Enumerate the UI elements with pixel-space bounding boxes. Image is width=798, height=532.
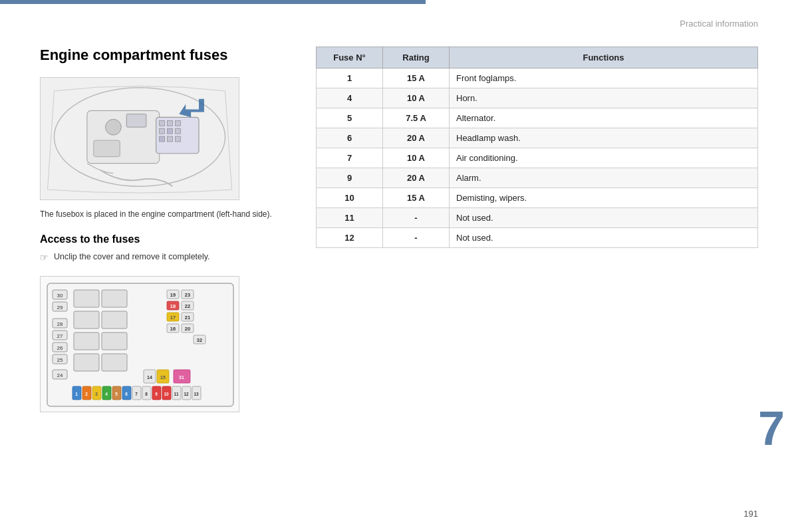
main-content: Engine compartment fuses	[40, 47, 758, 499]
fuse-function: Horn.	[450, 88, 758, 108]
svg-text:4: 4	[105, 392, 108, 396]
page-number: 191	[743, 509, 758, 519]
svg-rect-32	[74, 290, 99, 307]
svg-text:17: 17	[170, 315, 176, 321]
table-row: 57.5 AAlternator.	[317, 108, 758, 128]
svg-text:28: 28	[57, 321, 63, 327]
right-column: Fuse N° Rating Functions 115 AFront fogl…	[316, 47, 758, 248]
fuse-function: Air conditioning.	[450, 148, 758, 168]
fuse-rating: 10 A	[383, 148, 450, 168]
svg-text:24: 24	[57, 372, 63, 378]
table-row: 620 AHeadlamp wash.	[317, 128, 758, 148]
fuse-number: 5	[317, 108, 383, 128]
svg-text:15: 15	[160, 375, 166, 380]
fuse-function: Not used.	[450, 208, 758, 228]
fuse-function: Demisting, wipers.	[450, 188, 758, 208]
table-row: 710 AAir conditioning.	[317, 148, 758, 168]
fuse-function: Alternator.	[450, 108, 758, 128]
svg-text:26: 26	[57, 345, 63, 351]
svg-text:12: 12	[184, 392, 189, 396]
svg-rect-16	[175, 136, 180, 142]
svg-text:11: 11	[174, 392, 179, 396]
svg-text:32: 32	[197, 337, 202, 343]
fuse-function: Headlamp wash.	[450, 128, 758, 148]
fuse-number: 12	[317, 228, 383, 248]
fuse-number: 10	[317, 188, 383, 208]
svg-text:2: 2	[85, 392, 88, 396]
svg-text:21: 21	[185, 315, 190, 321]
svg-text:25: 25	[57, 357, 63, 363]
svg-rect-34	[74, 311, 99, 329]
fuse-function: Front foglamps.	[450, 68, 758, 88]
svg-text:18: 18	[170, 303, 176, 309]
table-row: 115 AFront foglamps.	[317, 68, 758, 88]
section-label: Practical information	[680, 19, 758, 29]
svg-text:3: 3	[95, 392, 98, 396]
fuse-rating: 20 A	[383, 128, 450, 148]
access-subtitle: Access to the fuses	[40, 233, 299, 245]
svg-rect-11	[160, 128, 165, 134]
svg-rect-38	[74, 354, 99, 371]
bullet-item: ☞ Unclip the cover and remove it complet…	[40, 252, 299, 263]
svg-text:5: 5	[115, 392, 118, 396]
svg-rect-14	[160, 136, 165, 142]
fuse-function: Alarm.	[450, 168, 758, 188]
fuse-number: 7	[317, 148, 383, 168]
fuse-rating: 15 A	[383, 68, 450, 88]
svg-rect-5	[94, 140, 120, 157]
svg-rect-12	[168, 128, 173, 134]
fusebox-diagram: 30 29 28 27 26 25	[40, 276, 239, 412]
svg-text:31: 31	[179, 375, 184, 380]
svg-rect-8	[160, 120, 165, 126]
svg-point-7	[106, 119, 122, 135]
svg-rect-6	[126, 114, 146, 127]
col-header-rating: Rating	[383, 47, 450, 68]
fuse-rating: -	[383, 208, 450, 228]
left-column: Engine compartment fuses	[40, 47, 299, 412]
svg-rect-10	[175, 120, 180, 126]
svg-text:13: 13	[194, 392, 199, 396]
svg-text:9: 9	[155, 392, 158, 396]
svg-text:20: 20	[185, 326, 190, 332]
svg-text:14: 14	[147, 375, 152, 380]
fuse-number: 4	[317, 88, 383, 108]
svg-text:1: 1	[75, 392, 78, 396]
fuse-number: 9	[317, 168, 383, 188]
svg-rect-39	[102, 354, 127, 371]
svg-rect-9	[168, 120, 173, 126]
table-row: 11-Not used.	[317, 208, 758, 228]
fuse-number: 1	[317, 68, 383, 88]
fuse-function: Not used.	[450, 228, 758, 248]
bullet-text: Unclip the cover and remove it completel…	[54, 252, 210, 263]
fuse-number: 11	[317, 208, 383, 228]
svg-text:6: 6	[125, 392, 128, 396]
fuse-rating: 15 A	[383, 188, 450, 208]
svg-text:10: 10	[164, 392, 169, 396]
svg-rect-13	[175, 128, 180, 134]
fuse-table: Fuse N° Rating Functions 115 AFront fogl…	[316, 47, 758, 248]
svg-text:29: 29	[57, 305, 63, 311]
chapter-number: 7	[758, 404, 785, 452]
svg-rect-15	[168, 136, 173, 142]
col-header-functions: Functions	[450, 47, 758, 68]
table-row: 1015 ADemisting, wipers.	[317, 188, 758, 208]
svg-text:7: 7	[135, 392, 138, 396]
section-title: Engine compartment fuses	[40, 47, 299, 64]
svg-text:27: 27	[57, 333, 63, 339]
svg-text:23: 23	[185, 292, 190, 298]
table-row: 12-Not used.	[317, 228, 758, 248]
top-bar	[0, 0, 426, 4]
svg-rect-36	[74, 332, 99, 350]
engine-caption: The fusebox is placed in the engine comp…	[40, 208, 299, 220]
page-header: Practical information	[680, 19, 758, 29]
fuse-number: 6	[317, 128, 383, 148]
svg-rect-33	[102, 290, 127, 307]
bullet-symbol: ☞	[40, 252, 49, 263]
svg-text:19: 19	[170, 292, 176, 298]
svg-text:22: 22	[185, 303, 190, 309]
svg-rect-35	[102, 311, 127, 329]
fuse-rating: 20 A	[383, 168, 450, 188]
svg-text:8: 8	[145, 392, 148, 396]
engine-image	[40, 77, 239, 200]
col-header-fuse: Fuse N°	[317, 47, 383, 68]
